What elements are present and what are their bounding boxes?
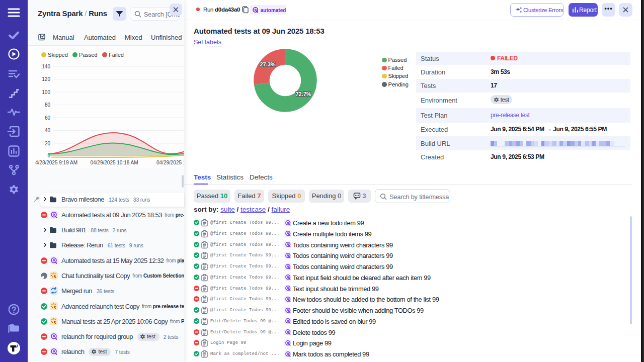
- svg-text:20: 20: [45, 141, 51, 146]
- svg-text:80: 80: [45, 102, 51, 108]
- svg-text:140: 140: [42, 64, 50, 69]
- svg-text:72.7%: 72.7%: [295, 91, 311, 97]
- svg-text:4/28/2025 9:19 AM: 4/28/2025 9:19 AM: [35, 160, 77, 165]
- svg-text:60: 60: [45, 115, 51, 121]
- svg-text:04/29/2025 10: 04/29/2025 10: [156, 160, 184, 165]
- svg-text:100: 100: [42, 89, 50, 95]
- svg-text:120: 120: [42, 76, 50, 82]
- svg-text:27.3%: 27.3%: [260, 61, 275, 67]
- svg-text:40: 40: [45, 128, 51, 133]
- svg-text:04/29/2025 10:18 AM: 04/29/2025 10:18 AM: [90, 160, 138, 165]
